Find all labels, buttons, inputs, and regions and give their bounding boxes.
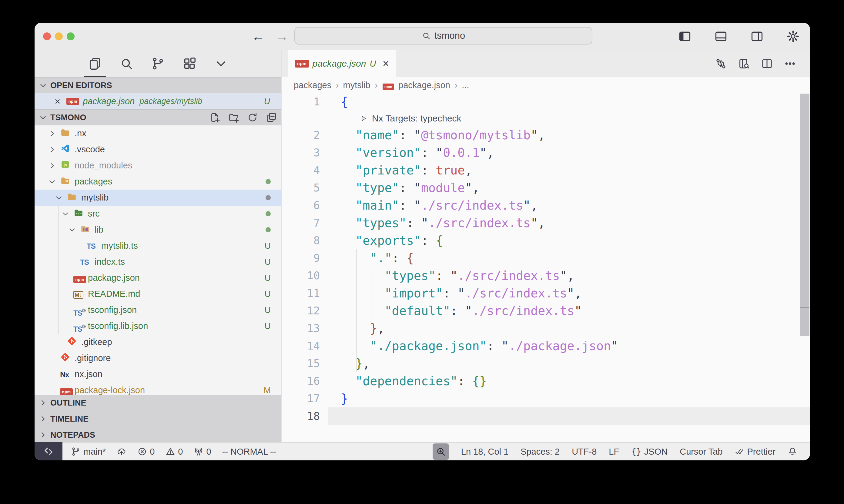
breadcrumb-item-mytslib[interactable]: mytslib [343,80,370,90]
indent-guide [356,249,357,372]
timeline-header[interactable]: TIMELINE [35,411,281,427]
tree-item-src[interactable]: </>src [35,206,281,222]
zoom-window-button[interactable] [67,32,74,40]
tab-package-json[interactable]: npm package.json U × [288,50,396,77]
status-item-lf[interactable]: LF [609,447,619,457]
code-line-11[interactable]: 11 "import": "./src/index.ts", [282,284,810,302]
code-line-2[interactable]: 2 "name": "@tsmono/mytslib", [282,126,810,144]
tree-item-tsconfig.lib.json[interactable]: TStsconfig.lib.jsonU [35,318,281,334]
activity-files-icon[interactable] [84,50,106,77]
code-line-10[interactable]: 10 "types": "./src/index.ts", [282,267,810,284]
activity-source-control-icon[interactable] [147,50,169,77]
tree-item-package-lock.json[interactable]: npmpackage-lock.jsonM [35,382,281,395]
minimize-window-button[interactable] [55,32,63,40]
open-editors-header[interactable]: OPEN EDITORS [35,77,281,93]
tree-item-README.md[interactable]: M↓README.mdU [35,286,281,302]
code-line-18[interactable]: 18 [282,408,810,425]
remote-indicator[interactable] [35,442,63,461]
code-line-4[interactable]: 4 "private": true, [282,161,810,179]
code-line-13[interactable]: 13 }, [282,320,810,337]
breadcrumb-item-package.json[interactable]: npmpackage.json [382,80,450,90]
code-line-14[interactable]: 14 "./package.json": "./package.json" [282,337,810,355]
tree-item-.nx[interactable]: .nx [35,125,281,141]
status-item-cursor-tab[interactable]: Cursor Tab [680,447,722,457]
outline-header[interactable]: OUTLINE [35,395,281,411]
open-editor-item[interactable]: × npm package.json packages/mytslib U [35,93,281,109]
gear-icon[interactable] [773,30,800,43]
refresh-icon[interactable] [247,112,258,123]
tree-item-mytslib[interactable]: mytslib [35,190,281,206]
code-line-1[interactable]: 1{ [282,93,810,111]
tree-item-.gitignore[interactable]: .gitignore [35,350,281,366]
code-token [428,163,436,177]
status-item-spaces-2[interactable]: Spaces: 2 [520,447,559,457]
status-item-0[interactable]: 0 [194,447,211,457]
code-token: : [421,234,428,248]
code-line-5[interactable]: 5 "type": "module", [282,179,810,197]
workspace-header[interactable]: TSMONO [35,109,281,125]
code-line-6[interactable]: 6 "main": "./src/index.ts", [282,197,810,214]
close-window-button[interactable] [43,32,51,40]
back-arrow-icon[interactable]: ← [252,29,265,44]
code-line-15[interactable]: 15 }, [282,355,810,372]
status-item-prettier[interactable]: Prettier [735,447,775,457]
status-item-normal[interactable]: -- NORMAL -- [222,447,276,457]
command-center-search[interactable]: tsmono [294,27,592,44]
code-line-3[interactable]: 3 "version": "0.0.1", [282,144,810,161]
code-token: " [531,128,538,142]
git-status-badge [265,227,271,232]
breadcrumb-item-...[interactable]: ... [462,80,469,90]
status-item-json[interactable]: {}JSON [631,447,668,457]
code-line-17[interactable]: 17} [282,390,810,408]
status-item-0[interactable]: 0 [137,447,155,457]
tree-item-index.ts[interactable]: TSindex.tsU [35,254,281,270]
split-icon[interactable] [761,57,773,70]
tree-item-.vscode[interactable]: .vscode [35,141,281,158]
new-folder-icon[interactable] [228,112,239,123]
status-item-zoom-in-icon[interactable] [433,444,449,460]
diff-icon[interactable] [715,57,727,70]
activity-chevron-down-icon[interactable] [210,50,232,77]
tree-item-node_modules[interactable]: jsnode_modules [35,158,281,174]
forward-arrow-icon[interactable]: → [275,29,289,44]
status-item-cloud-upload-icon[interactable] [117,447,126,456]
layout-sidebar-left-icon[interactable] [665,30,691,43]
npm-icon: npm [66,98,79,105]
codelens-nx-targets[interactable]: Nx Targets: typecheck [282,111,810,126]
code-token [341,321,370,335]
code-line-7[interactable]: 7 "types": "./src/index.ts", [282,214,810,232]
tree-item-mytslib.ts[interactable]: TSmytslib.tsU [35,238,281,254]
preview-icon[interactable] [738,57,750,70]
code-line-16[interactable]: 16 "dependencies": {} [282,372,810,390]
scrollbar-thumb[interactable] [800,308,809,336]
close-icon[interactable]: × [55,96,60,107]
close-tab-icon[interactable]: × [383,57,389,70]
tree-item-nx.json[interactable]: Nxnx.json [35,366,281,382]
tree-item-.gitkeep[interactable]: .gitkeep [35,334,281,350]
git-status-badge: U [265,321,271,331]
activity-search-icon[interactable] [115,50,138,77]
chevron-down-icon [39,81,47,90]
status-item-ln-18-col-1[interactable]: Ln 18, Col 1 [461,447,509,457]
code-line-9[interactable]: 9 ".": { [282,249,810,267]
notepads-header[interactable]: NOTEPADS [35,427,281,443]
code-line-12[interactable]: 12 "default": "./src/index.ts" [282,302,810,320]
status-item-0[interactable]: 0 [166,447,183,457]
more-icon[interactable] [784,57,796,70]
code-editor[interactable]: 1{Nx Targets: typecheck2 "name": "@tsmon… [282,93,810,443]
breadcrumb-item-packages[interactable]: packages [294,80,331,90]
layout-sidebar-right-icon[interactable] [737,30,764,43]
collapse-all-icon[interactable] [266,112,277,123]
scrollbar-thumb[interactable] [800,94,809,307]
status-item-main[interactable]: main* [71,447,106,457]
tree-item-packages[interactable]: packages [35,174,281,190]
tree-item-tsconfig.json[interactable]: TStsconfig.jsonU [35,302,281,318]
status-item-utf-8[interactable]: UTF-8 [572,447,597,457]
code-line-8[interactable]: 8 "exports": { [282,232,810,249]
tree-item-package.json[interactable]: npmpackage.jsonU [35,270,281,286]
status-item-bell-icon[interactable] [788,447,797,456]
new-file-icon[interactable] [209,112,220,123]
layout-panel-icon[interactable] [701,30,728,43]
tree-item-lib[interactable]: lib [35,222,281,238]
activity-extensions-icon[interactable] [178,50,201,77]
